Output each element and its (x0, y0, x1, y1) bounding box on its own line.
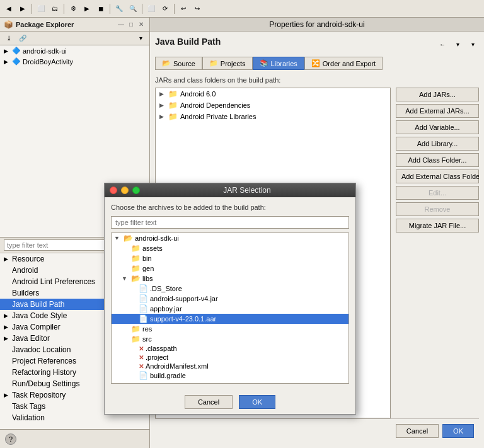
dtree-project[interactable]: ✕ .project (112, 353, 349, 362)
folder-android60-icon: 📁 (168, 89, 178, 98)
jars-item-android-private[interactable]: ▶ 📁 Android Private Libraries (156, 111, 390, 122)
toolbar-btn-3[interactable]: ⬜ (35, 3, 47, 15)
add-external-class-folder-btn[interactable]: Add External Class Folder... (396, 169, 479, 183)
close-panel-btn[interactable]: ✕ (137, 20, 146, 29)
toolbar-btn-10[interactable]: ⬜ (145, 3, 158, 15)
action-buttons-panel: Add JARs... Add External JARs... Add Var… (391, 88, 479, 418)
dialog-ok-btn[interactable]: OK (239, 395, 275, 409)
toolbar-btn-7[interactable]: ◼ (95, 3, 107, 15)
add-library-btn[interactable]: Add Library... (396, 137, 479, 151)
dtree-project-icon: 📂 (124, 234, 133, 243)
dtree-label-bin: bin (142, 255, 152, 262)
project-arrow-2: ▶ (4, 59, 10, 65)
toolbar-btn-2[interactable]: ▶ (16, 3, 29, 15)
toolbar-btn-11[interactable]: ⟳ (159, 3, 171, 15)
toolbar-btn-9[interactable]: 🔍 (127, 3, 139, 15)
remove-btn[interactable]: Remove (396, 202, 479, 216)
toolbar-btn-8[interactable]: 🔧 (113, 3, 125, 15)
nav-label-android: Android (12, 266, 38, 275)
dtree-jar-appboy-icon: 📄 (139, 304, 148, 313)
dtree-root[interactable]: ▼ 📂 android-sdk-ui (112, 233, 349, 243)
jars-label-android-private: Android Private Libraries (180, 113, 256, 120)
add-external-jars-btn[interactable]: Add External JARs... (396, 104, 479, 118)
toolbar-btn-1[interactable]: ◀ (3, 3, 15, 15)
dtree-manifest[interactable]: ✕ AndroidManifest.xml (112, 362, 349, 370)
toolbar-btn-6[interactable]: ▶ (81, 3, 93, 15)
dtree-assets[interactable]: 📁 assets (112, 243, 349, 253)
nav-arrow-resource: ▶ (4, 256, 10, 262)
nav-dropdown-btn[interactable]: ▾ (451, 38, 464, 50)
dtree-support-jar[interactable]: 📄 android-support-v4.jar (112, 294, 349, 304)
nav-back-btn[interactable]: ← (436, 38, 449, 50)
edit-btn[interactable]: Edit... (396, 186, 479, 200)
dtree-support-aar[interactable]: 📄 support-v4-23.0.1.aar (112, 314, 349, 324)
traffic-light-green[interactable] (132, 187, 140, 194)
nav-arrow-editor: ▶ (4, 335, 10, 342)
link-with-editor-btn[interactable]: 🔗 (16, 32, 29, 45)
panel-title-text: Package Explorer (16, 21, 74, 28)
dtree-label-assets: assets (142, 244, 163, 252)
panel-footer: ? (0, 429, 149, 448)
migrate-jar-btn[interactable]: Migrate JAR File... (396, 219, 479, 233)
dialog-description: Choose the archives to be added to the b… (111, 204, 349, 211)
toolbar-sep-1 (32, 4, 32, 14)
jar-filter-input[interactable] (111, 216, 349, 229)
dtree-bin[interactable]: 📁 bin (112, 253, 349, 263)
tab-projects[interactable]: 📁 Projects (202, 57, 253, 70)
dtree-xml-project-icon: ✕ (139, 354, 144, 361)
nav-menu-btn[interactable]: ▾ (466, 38, 479, 50)
dtree-gradle[interactable]: 📄 build.gradle (112, 370, 349, 381)
collapse-all-btn[interactable]: ⤓ (3, 32, 15, 45)
panel-menu-btn[interactable]: ▾ (134, 32, 147, 45)
dialog-titlebar: JAR Selection (105, 183, 355, 197)
dtree-classpath[interactable]: ✕ .classpath (112, 344, 349, 353)
jars-description: JARs and class folders on the build path… (155, 76, 479, 84)
add-variable-btn[interactable]: Add Variable... (396, 120, 479, 134)
help-button[interactable]: ? (5, 434, 16, 445)
jar-selection-tree[interactable]: ▼ 📂 android-sdk-ui 📁 assets 📁 bin (111, 233, 349, 384)
project-label-1: android-sdk-ui (23, 47, 67, 55)
dtree-arrow-root: ▼ (114, 235, 122, 241)
project-label-2: DroidBoyActivity (23, 58, 73, 66)
add-jars-btn[interactable]: Add JARs... (396, 88, 479, 101)
dtree-folder-bin-icon: 📁 (131, 254, 141, 263)
toolbar-btn-5[interactable]: ⚙ (67, 3, 79, 15)
jars-item-android-deps[interactable]: ▶ 📁 Android Dependencies (156, 100, 390, 111)
dtree-ds-store[interactable]: 📄 .DS_Store (112, 284, 349, 294)
toolbar-btn-13[interactable]: ↪ (191, 3, 204, 15)
traffic-light-yellow[interactable] (121, 187, 129, 194)
dtree-folder-libs-icon: 📂 (131, 274, 141, 283)
maximize-panel-btn[interactable]: □ (127, 20, 135, 29)
panel-controls: — □ ✕ (117, 20, 146, 29)
tab-order-export[interactable]: 🔀 Order and Export (304, 57, 383, 70)
tab-source[interactable]: 📂 Source (155, 57, 202, 70)
dtree-arrow-libs: ▼ (122, 275, 129, 282)
dtree-label-support: android-support-v4.jar (150, 295, 218, 302)
dtree-label-project: .project (146, 353, 168, 361)
tree-project-1[interactable]: ▶ 🔷 android-sdk-ui (0, 45, 149, 56)
project-icon-1: 🔷 (12, 47, 21, 55)
dialog-cancel-btn[interactable]: Cancel (185, 395, 233, 409)
cancel-properties-btn[interactable]: Cancel (396, 424, 439, 438)
dtree-gen[interactable]: 📁 gen (112, 263, 349, 273)
tree-project-2[interactable]: ▶ 🔷 DroidBoyActivity (0, 56, 149, 67)
minimize-panel-btn[interactable]: — (117, 20, 125, 29)
ok-properties-btn[interactable]: OK (442, 424, 474, 438)
dtree-libs[interactable]: ▼ 📂 libs (112, 273, 349, 284)
source-tab-label: Source (173, 60, 195, 67)
jars-item-android60[interactable]: ▶ 📁 Android 6.0 (156, 88, 390, 100)
dtree-appboy[interactable]: 📄 appboy.jar (112, 304, 349, 314)
nav-label-resource: Resource (12, 255, 44, 263)
dtree-label-ds: .DS_Store (150, 285, 182, 292)
dtree-res[interactable]: 📁 res (112, 324, 349, 334)
toolbar-btn-12[interactable]: ↩ (177, 3, 190, 15)
tab-libraries[interactable]: 📚 Libraries (253, 57, 304, 70)
dtree-src[interactable]: 📁 src (112, 334, 349, 344)
dtree-xml-classpath-icon: ✕ (139, 345, 144, 352)
traffic-light-red[interactable] (110, 187, 117, 194)
section-title: Java Build Path (155, 37, 221, 47)
nav-label-editor: Java Editor (12, 334, 50, 343)
nav-label-java-build: Java Build Path (12, 300, 64, 309)
toolbar-btn-4[interactable]: 🗂 (49, 3, 61, 15)
add-class-folder-btn[interactable]: Add Class Folder... (396, 153, 479, 167)
